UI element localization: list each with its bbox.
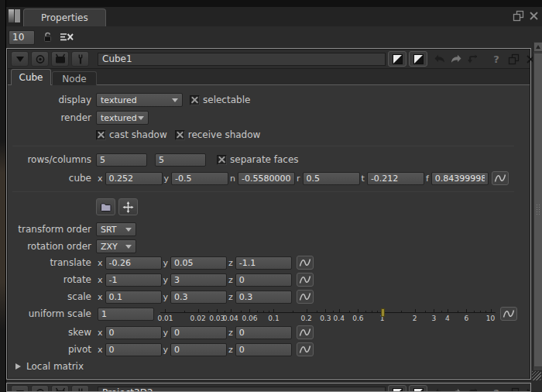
wrench-icon[interactable] — [71, 51, 89, 67]
tab-cube-label: Cube — [19, 72, 43, 83]
center-node-icon[interactable] — [31, 51, 49, 67]
scrollbar-up-arrow[interactable] — [533, 42, 542, 52]
max-panels-input[interactable] — [9, 30, 35, 45]
local-matrix-row[interactable]: Local matrix — [11, 359, 517, 374]
scale-x-input[interactable] — [105, 291, 162, 304]
scrollbar-thumb[interactable] — [533, 53, 542, 367]
display-label: display — [11, 95, 91, 105]
scale-z-input[interactable] — [235, 291, 292, 304]
pivot-y-input[interactable] — [170, 343, 227, 356]
rotation-order-label: rotation order — [11, 241, 91, 252]
float-panel-icon[interactable] — [505, 51, 522, 67]
close-all-panels-icon[interactable] — [60, 32, 74, 43]
scale-y-input[interactable] — [170, 291, 227, 304]
cube-n-input[interactable] — [238, 172, 295, 185]
gl-color-swatch[interactable] — [409, 51, 427, 67]
translate-animation-curve-button[interactable] — [297, 256, 314, 270]
scale-animation-curve-button[interactable] — [297, 290, 314, 304]
columns-input[interactable] — [155, 153, 206, 167]
skew-y-input[interactable] — [170, 326, 227, 339]
rotate-z-input[interactable] — [235, 273, 292, 287]
separate-faces-checkbox[interactable] — [217, 155, 227, 165]
selectable-checkbox[interactable] — [190, 95, 200, 105]
node-name-input[interactable] — [98, 387, 386, 392]
help-button[interactable]: ? — [488, 51, 505, 67]
redo-icon[interactable] — [448, 51, 465, 67]
pane-layout-icon[interactable] — [9, 9, 21, 22]
pivot-x-input[interactable] — [105, 343, 162, 356]
expand-arrow-icon[interactable] — [15, 363, 21, 370]
x-axis-label: x — [98, 258, 103, 268]
undo-icon[interactable] — [431, 385, 448, 392]
cube-t-input[interactable] — [367, 172, 424, 185]
cube-f-input[interactable] — [431, 172, 489, 185]
vertical-scrollbar[interactable] — [533, 42, 542, 370]
cube-x-axis-label: x — [98, 174, 103, 184]
pivot-z-input[interactable] — [235, 343, 292, 356]
tab-properties[interactable]: Properties — [23, 9, 106, 26]
pivot-animation-curve-button[interactable] — [297, 342, 314, 356]
tab-cube[interactable]: Cube — [11, 69, 51, 85]
receive-shadow-checkbox[interactable] — [175, 130, 185, 140]
render-dropdown[interactable]: textured — [96, 111, 149, 125]
rotate-x-input[interactable] — [105, 273, 162, 287]
redo-icon[interactable] — [448, 385, 465, 392]
close-panel-icon[interactable] — [522, 385, 531, 392]
node-color-swatch[interactable] — [388, 385, 406, 392]
cube-r-input[interactable] — [303, 172, 360, 185]
pivot-row: pivot x y z — [11, 342, 517, 357]
transform-order-dropdown[interactable]: SRT — [96, 222, 136, 236]
y-axis-label: y — [163, 292, 169, 302]
node-tabstrip: Cube Node — [8, 69, 530, 85]
collapse-panel-icon[interactable] — [11, 385, 29, 392]
chevron-down-icon — [125, 228, 132, 232]
uniform-scale-animation-curve-button[interactable] — [500, 307, 517, 321]
revert-icon[interactable] — [465, 51, 482, 67]
close-pane-icon[interactable] — [529, 10, 539, 22]
scrollbar-grip-icon — [536, 204, 541, 216]
help-button[interactable]: ? — [488, 385, 505, 392]
wrench-icon[interactable] — [71, 385, 89, 392]
uniform-scale-slider-handle[interactable] — [381, 308, 385, 317]
rows-input[interactable] — [96, 153, 147, 167]
z-axis-label: z — [228, 345, 233, 355]
axis-handle-button[interactable] — [118, 198, 138, 215]
float-panel-icon[interactable] — [505, 385, 522, 392]
translate-x-input[interactable] — [105, 256, 162, 270]
cube-label: cube — [11, 173, 91, 184]
skew-z-input[interactable] — [235, 326, 292, 339]
z-axis-label: z — [228, 258, 233, 268]
file-browse-button[interactable] — [96, 198, 115, 215]
shadow-row: cast shadow receive shadow — [11, 127, 517, 143]
postage-stamp-icon[interactable] — [51, 385, 69, 392]
display-dropdown[interactable]: textured — [96, 93, 183, 107]
cube-row: cube x y n r t f — [11, 170, 517, 186]
lock-icon[interactable] — [42, 31, 54, 43]
collapse-panel-icon[interactable] — [11, 51, 29, 67]
node-name-input[interactable] — [98, 53, 386, 66]
undo-icon[interactable] — [431, 51, 448, 67]
resize-grip-icon[interactable] — [532, 371, 541, 380]
tab-node[interactable]: Node — [52, 71, 97, 85]
cube-animation-curve-button[interactable] — [492, 171, 509, 185]
cube-x-input[interactable] — [105, 172, 163, 185]
uniform-scale-input[interactable] — [98, 308, 154, 321]
gl-color-swatch[interactable] — [409, 385, 427, 392]
translate-y-input[interactable] — [170, 256, 227, 270]
center-node-icon[interactable] — [31, 385, 49, 392]
revert-icon[interactable] — [465, 385, 482, 392]
rotation-order-dropdown[interactable]: ZXY — [96, 239, 136, 253]
properties-toolbar — [6, 26, 542, 48]
skew-animation-curve-button[interactable] — [297, 325, 314, 339]
cube-y-input[interactable] — [171, 172, 228, 185]
rotate-y-input[interactable] — [170, 273, 227, 287]
rotate-animation-curve-button[interactable] — [297, 273, 314, 287]
translate-z-input[interactable] — [235, 256, 292, 270]
node-color-swatch[interactable] — [388, 51, 406, 67]
y-axis-label: y — [163, 345, 169, 355]
rotate-row: rotate x y z — [11, 272, 517, 287]
float-pane-icon[interactable] — [513, 10, 524, 22]
postage-stamp-icon[interactable] — [51, 51, 69, 67]
cast-shadow-checkbox[interactable] — [96, 130, 106, 140]
skew-x-input[interactable] — [105, 326, 162, 339]
